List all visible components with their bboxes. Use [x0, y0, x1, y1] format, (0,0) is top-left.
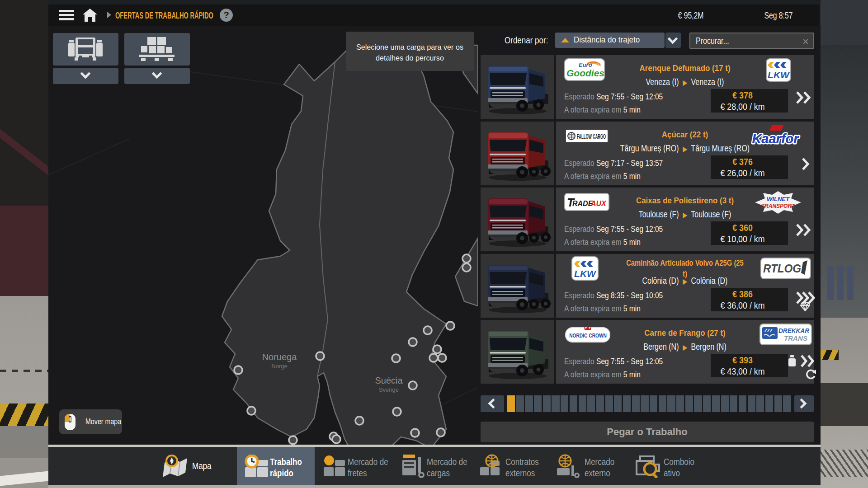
svg-text:Sverige: Sverige	[379, 386, 399, 393]
svg-text:DREKKAR: DREKKAR	[778, 327, 809, 334]
svg-text:TRANS: TRANS	[784, 334, 807, 342]
svg-text:Suécia: Suécia	[375, 375, 403, 385]
svg-text:LKW: LKW	[768, 70, 790, 80]
svg-text:TRANSPORT: TRANSPORT	[761, 203, 796, 209]
svg-text:RTLOG: RTLOG	[763, 262, 801, 275]
svg-text:Noruega: Noruega	[262, 352, 297, 362]
svg-text:Norge: Norge	[271, 363, 287, 370]
svg-text:Kaarfor: Kaarfor	[752, 131, 799, 146]
svg-text:WILNET: WILNET	[767, 196, 790, 202]
